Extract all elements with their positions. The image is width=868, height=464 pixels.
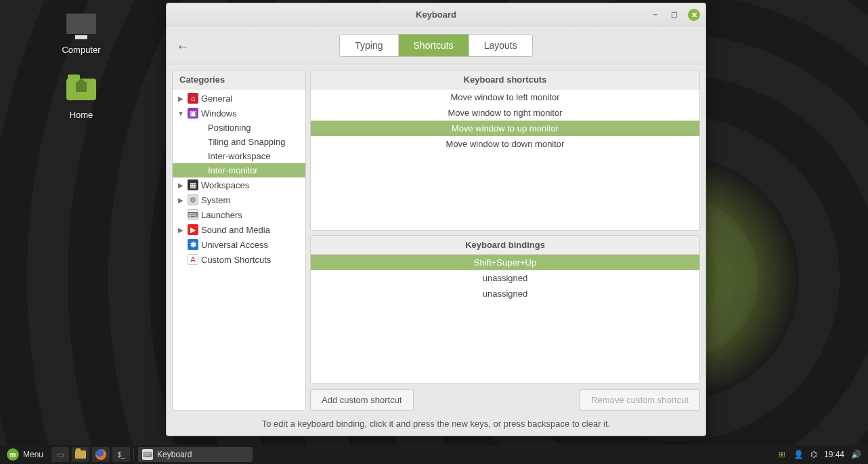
taskbar: m Menu ▭ $_ ⌨ Keyboard ⛨ 👤 ⌬ 19:44 🔊 (0, 445, 868, 464)
binding-row[interactable]: unassigned (311, 270, 699, 286)
collapse-icon: ▼ (177, 110, 185, 117)
hint-text: To edit a keyboard binding, click it and… (167, 413, 706, 436)
titlebar[interactable]: Keyboard – ◻ ✕ (167, 3, 706, 26)
shield-icon[interactable]: ⛨ (779, 450, 787, 459)
system-icon: ⚙ (188, 194, 198, 205)
taskbar-separator (133, 448, 134, 461)
category-universal-access[interactable]: ✱ Universal Access (173, 237, 305, 252)
binding-row[interactable]: Shift+Super+Up (311, 255, 699, 270)
menu-label: Menu (23, 450, 43, 459)
bindings-panel: Keyboard bindings Shift+Super+Up unassig… (310, 235, 700, 384)
category-label: Custom Shortcuts (201, 255, 271, 265)
computer-icon (66, 14, 96, 34)
workspaces-icon: ▦ (188, 180, 198, 190)
shortcut-row[interactable]: Move window to up monitor (311, 121, 699, 136)
category-label: Windows (201, 108, 237, 119)
category-system[interactable]: ▶ ⚙ System (173, 192, 305, 207)
category-label: Sound and Media (201, 225, 270, 235)
keyboard-icon: ⌨ (142, 449, 153, 460)
minimize-button[interactable]: – (650, 9, 661, 20)
tab-switcher: Typing Shortcuts Layouts (339, 34, 532, 57)
category-label: Positioning (208, 123, 251, 133)
bindings-list: Shift+Super+Up unassigned unassigned (311, 255, 699, 301)
network-icon[interactable]: ⌬ (810, 450, 817, 459)
tab-shortcuts[interactable]: Shortcuts (399, 35, 469, 56)
home-folder-icon (66, 79, 96, 100)
mint-logo-icon: m (7, 448, 19, 461)
bindings-header: Keyboard bindings (311, 236, 699, 255)
category-sound[interactable]: ▶ ▶ Sound and Media (173, 222, 305, 237)
shortcuts-list: Move window to left monitor Move window … (311, 89, 699, 152)
category-tiling[interactable]: Tiling and Snapping (173, 135, 305, 149)
task-label: Keyboard (157, 450, 192, 459)
window-title: Keyboard (416, 9, 456, 20)
volume-icon[interactable]: 🔊 (851, 450, 861, 459)
desktop: Computer Home Keyboard – ◻ ✕ ← Typing Sh… (0, 0, 868, 464)
file-manager-launcher[interactable] (72, 447, 89, 462)
user-icon[interactable]: 👤 (794, 450, 804, 459)
category-label: System (201, 195, 230, 205)
expand-icon: ▶ (177, 196, 185, 204)
footer-buttons: Add custom shortcut Remove custom shortc… (310, 388, 700, 410)
shortcut-row[interactable]: Move window to down monitor (311, 136, 699, 152)
category-label: Inter-monitor (208, 165, 258, 175)
universal-access-icon: ✱ (188, 239, 198, 250)
desktop-icon-computer[interactable]: Computer (51, 14, 112, 55)
expand-icon: ▶ (177, 95, 185, 102)
launchers-icon: ⌨ (188, 209, 198, 220)
shortcuts-header: Keyboard shortcuts (311, 70, 699, 89)
category-launchers[interactable]: ⌨ Launchers (173, 207, 305, 222)
category-label: Universal Access (201, 240, 268, 250)
binding-row[interactable]: unassigned (311, 286, 699, 301)
categories-panel: Categories ▶ ⌂ General ▼ ▣ Windows Posit… (172, 70, 306, 410)
sound-icon: ▶ (188, 224, 198, 235)
desktop-icon-home[interactable]: Home (51, 75, 112, 120)
show-desktop-button[interactable]: ▭ (51, 447, 69, 462)
tab-layouts[interactable]: Layouts (469, 35, 532, 56)
close-button[interactable]: ✕ (688, 9, 700, 21)
category-custom-shortcuts[interactable]: A Custom Shortcuts (173, 252, 305, 267)
category-label: Tiling and Snapping (208, 137, 285, 147)
category-label: Inter-workspace (208, 151, 270, 161)
firefox-icon (95, 449, 106, 460)
category-inter-monitor[interactable]: Inter-monitor (173, 163, 305, 177)
system-tray: ⛨ 👤 ⌬ 19:44 🔊 (772, 450, 868, 459)
category-label: General (201, 93, 232, 104)
expand-icon: ▶ (177, 226, 185, 234)
desktop-icon-label: Home (51, 110, 112, 120)
categories-tree: ▶ ⌂ General ▼ ▣ Windows Positioning Tili… (173, 89, 305, 410)
desktop-icon-label: Computer (51, 45, 112, 55)
expand-icon: ▶ (177, 182, 185, 189)
category-windows[interactable]: ▼ ▣ Windows (173, 106, 305, 121)
shortcuts-panel: Keyboard shortcuts Move window to left m… (310, 70, 700, 231)
category-workspaces[interactable]: ▶ ▦ Workspaces (173, 177, 305, 192)
folder-icon (75, 450, 86, 459)
clock[interactable]: 19:44 (824, 450, 844, 459)
menu-button[interactable]: m Menu (0, 445, 50, 464)
firefox-launcher[interactable] (92, 447, 110, 462)
remove-custom-shortcut-button[interactable]: Remove custom shortcut (580, 389, 700, 410)
back-button[interactable]: ← (176, 39, 190, 54)
shortcut-row[interactable]: Move window to right monitor (311, 105, 699, 121)
category-inter-workspace[interactable]: Inter-workspace (173, 149, 305, 163)
maximize-button[interactable]: ◻ (669, 9, 680, 20)
terminal-launcher[interactable]: $_ (112, 447, 130, 462)
category-label: Workspaces (201, 180, 249, 190)
taskbar-task-keyboard[interactable]: ⌨ Keyboard (138, 447, 253, 462)
windows-icon: ▣ (188, 108, 198, 119)
categories-header: Categories (173, 70, 305, 89)
keyboard-settings-window: Keyboard – ◻ ✕ ← Typing Shortcuts Layout… (166, 3, 706, 436)
custom-shortcuts-icon: A (188, 254, 198, 265)
tab-typing[interactable]: Typing (340, 35, 398, 56)
shortcut-row[interactable]: Move window to left monitor (311, 89, 699, 105)
category-positioning[interactable]: Positioning (173, 121, 305, 135)
add-custom-shortcut-button[interactable]: Add custom shortcut (310, 389, 414, 410)
category-general[interactable]: ▶ ⌂ General (173, 91, 305, 106)
toolbar: ← Typing Shortcuts Layouts (167, 26, 706, 64)
category-label: Launchers (201, 210, 242, 220)
general-icon: ⌂ (188, 93, 198, 104)
